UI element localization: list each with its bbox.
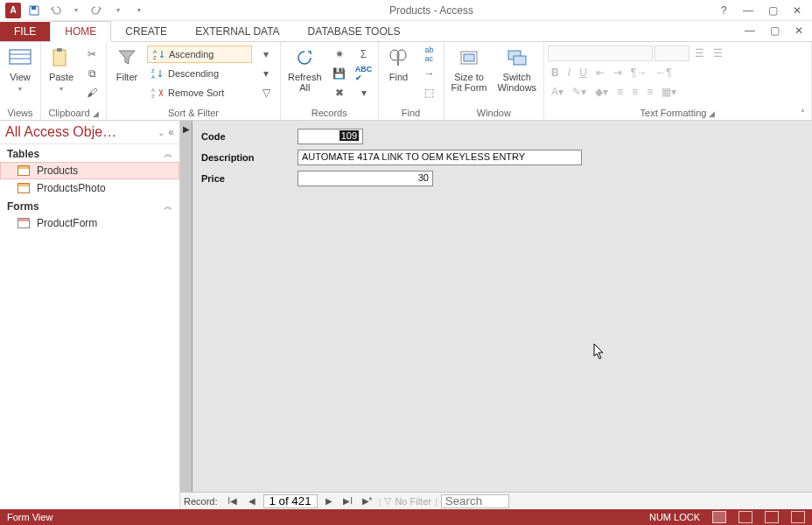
doc-close-icon[interactable]: ✕ [791,23,807,38]
copy-button[interactable]: ⧉ [81,65,102,82]
form-view-icon[interactable] [712,511,726,523]
highlight-button[interactable]: ✎▾ [569,86,590,98]
paste-button[interactable]: Paste▾ [45,44,78,96]
doc-minimize-icon[interactable]: — [742,23,758,38]
align-left-button[interactable]: ≡ [613,86,626,98]
refresh-all-button[interactable]: Refresh All [284,44,326,94]
filter-off-icon: ▽ [384,495,391,507]
redo-dropdown-icon[interactable]: ▾ [110,3,126,18]
datasheet-view-icon[interactable] [738,511,752,523]
restore-icon[interactable]: ▢ [765,3,780,18]
qat-customize-icon[interactable]: ▾ [131,3,147,18]
select-button[interactable]: ⬚ [419,84,440,102]
first-record-button[interactable]: I◀ [225,494,241,508]
rtl-icon[interactable]: ←¶ [652,66,675,79]
svg-rect-0 [32,6,36,10]
numbering-icon[interactable]: ☰ [710,47,726,60]
nav-collapse-icon[interactable]: « [168,126,174,138]
record-selector-strip[interactable]: ▶ [180,121,192,492]
totals-button[interactable]: Σ [354,46,374,63]
new-record-nav-button[interactable]: ▶* [360,494,375,508]
ascending-button[interactable]: AZ Ascending [147,46,252,63]
tab-home[interactable]: HOME [50,21,111,42]
tab-create[interactable]: CREATE [111,22,181,41]
record-position-input[interactable] [263,494,318,508]
goto-icon: → [423,66,437,80]
filter-indicator[interactable]: ▽ No Filter [384,495,431,507]
toggle-filter-button[interactable]: ▽ [256,84,276,102]
nav-section-tables[interactable]: Tables ︽ [0,144,179,162]
input-price-value: 30 [418,172,429,183]
selection-filter-icon: ▾ [259,47,273,61]
next-record-button[interactable]: ▶ [321,494,337,508]
font-family-dropdown[interactable] [548,46,653,61]
window-title: Products - Access [147,4,716,17]
nav-header[interactable]: All Access Obje… ⌄ « [0,121,179,144]
fill-color-button[interactable]: ◆▾ [592,86,612,98]
switch-windows-button[interactable]: Switch Windows [494,44,540,94]
gridlines-button[interactable]: ▦▾ [658,86,680,98]
input-price[interactable]: 30 [298,171,433,186]
view-button[interactable]: View▾ [4,44,37,96]
nav-item-productsphoto[interactable]: ProductsPhoto [0,179,179,197]
format-painter-button[interactable]: 🖌 [81,84,102,102]
doc-restore-icon[interactable]: ▢ [766,23,782,38]
cut-button[interactable]: ✂ [81,46,102,63]
nav-item-productform[interactable]: ProductForm [0,214,179,232]
help-icon[interactable]: ? [716,3,732,18]
nav-section-forms[interactable]: Forms ︽ [0,197,179,214]
advanced-filter-button[interactable]: ▾ [256,65,276,82]
bold-button[interactable]: B [548,66,563,79]
italic-button[interactable]: I [564,66,574,79]
status-bar: Form View NUM LOCK [0,509,812,525]
cut-icon: ✂ [85,47,99,61]
record-search-input[interactable] [441,494,509,508]
decrease-indent-icon[interactable]: ⇤ [592,66,608,79]
increase-indent-icon[interactable]: ⇥ [610,66,626,79]
nav-item-products[interactable]: Products [0,162,179,179]
undo-icon[interactable] [47,3,63,18]
bullets-icon[interactable]: ☰ [691,47,708,60]
tab-external-data[interactable]: EXTERNAL DATA [181,22,293,41]
ribbon-group-text-formatting: ☰ ☰ B I U ⇤ ⇥ ¶→ ←¶ A▾ ✎▾ ◆▾ ≡ ≡ ≡ ▦▾ [544,42,812,120]
design-view-icon[interactable] [791,511,805,523]
group-label-find: Find [382,106,440,120]
textformat-dialog-launcher[interactable]: ◢ [709,109,715,118]
collapse-ribbon-icon[interactable]: ˄ [801,108,805,118]
nav-header-dropdown-icon[interactable]: ⌄ [158,128,164,137]
size-to-fit-button[interactable]: Size to Fit Form [448,44,491,94]
input-description[interactable]: AUTOMATE 417A LINK TO OEM KEYLESS ENTRY [298,150,582,165]
filter-button[interactable]: Filter [110,44,144,84]
replace-button[interactable]: abac [419,46,440,63]
label-code: Code [201,131,298,142]
underline-button[interactable]: U [576,66,591,79]
save-icon[interactable] [26,3,42,18]
goto-button[interactable]: → [419,65,440,82]
minimize-icon[interactable]: — [740,3,756,18]
undo-dropdown-icon[interactable]: ▾ [68,3,84,18]
more-records-button[interactable]: ▾ [354,84,374,102]
ribbon-group-views: View▾ Views [0,42,41,120]
selection-filter-button[interactable]: ▾ [256,46,276,63]
save-record-button[interactable]: 💾 [329,65,350,82]
align-center-button[interactable]: ≡ [628,86,641,98]
close-icon[interactable]: ✕ [789,3,805,18]
remove-sort-button[interactable]: AZ Remove Sort [147,84,252,102]
descending-button[interactable]: ZA Descending [147,65,252,82]
tab-database-tools[interactable]: DATABASE TOOLS [294,22,415,41]
redo-icon[interactable] [89,3,105,18]
spelling-button[interactable]: ABC✔ [354,65,374,82]
font-size-dropdown[interactable] [654,46,690,61]
input-code[interactable]: 109 [298,129,363,144]
ltr-icon[interactable]: ¶→ [627,66,650,79]
find-button[interactable]: Find [382,44,416,84]
last-record-button[interactable]: ▶I [340,494,356,508]
align-right-button[interactable]: ≡ [643,86,656,98]
delete-record-button[interactable]: ✖ [329,84,350,102]
tab-file[interactable]: FILE [0,22,50,41]
previous-record-button[interactable]: ◀ [244,494,260,508]
clipboard-dialog-launcher[interactable]: ◢ [93,109,99,118]
new-record-button[interactable]: ✷ [329,46,350,63]
layout-view-icon[interactable] [765,511,779,523]
font-color-button[interactable]: A▾ [548,86,567,98]
